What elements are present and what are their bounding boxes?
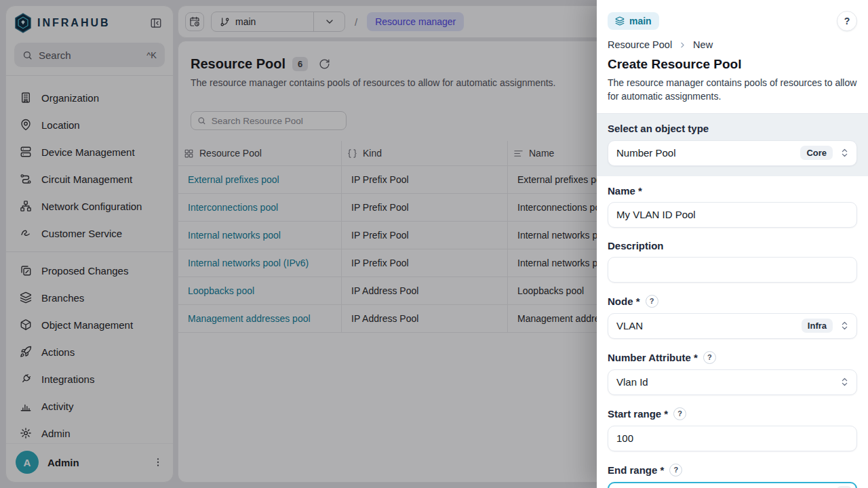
- object-type-select[interactable]: Number Pool Core: [608, 140, 857, 166]
- number-attribute-label: Number Attribute *: [608, 352, 698, 363]
- node-help-icon[interactable]: ?: [646, 295, 658, 308]
- field-name: Name *: [608, 185, 857, 228]
- start-range-help-icon[interactable]: ?: [673, 407, 686, 420]
- name-input[interactable]: [608, 202, 857, 228]
- chevrons-up-down-icon: [840, 148, 850, 158]
- chevrons-up-down-icon: [840, 377, 850, 387]
- node-value: VLAN: [616, 320, 643, 331]
- end-range-input[interactable]: [608, 482, 857, 488]
- namespace-badge: Core: [800, 146, 833, 160]
- field-number-attribute: Number Attribute * ? Vlan Id: [608, 351, 857, 395]
- number-spinner[interactable]: [837, 486, 852, 488]
- create-form: Name * Description Node * ? VLAN Infra N…: [597, 176, 868, 488]
- field-end-range: End range * ?: [608, 464, 857, 488]
- node-label: Node *: [608, 296, 640, 307]
- create-resource-pool-drawer: main ? Resource Pool New Create Resource…: [597, 0, 868, 488]
- drawer-description: The resource manager contains pools of r…: [608, 76, 857, 104]
- drawer-breadcrumb: Resource Pool New: [608, 39, 857, 50]
- field-description: Description: [608, 240, 857, 283]
- drawer-branch-badge: main: [608, 12, 659, 30]
- number-attribute-value: Vlan Id: [616, 376, 648, 388]
- description-input[interactable]: [608, 257, 857, 283]
- chevron-right-icon: [678, 41, 687, 49]
- start-range-label: Start range *: [608, 408, 668, 420]
- description-label: Description: [608, 240, 857, 251]
- end-range-help-icon[interactable]: ?: [669, 464, 682, 476]
- drawer-title: Create Resource Pool: [608, 57, 857, 72]
- object-type-value: Number Pool: [616, 147, 676, 159]
- field-node: Node * ? VLAN Infra: [608, 295, 857, 339]
- end-range-label: End range *: [608, 464, 664, 476]
- breadcrumb-current: New: [693, 39, 713, 50]
- node-select[interactable]: VLAN Infra: [608, 313, 857, 339]
- object-type-section: Select an object type Number Pool Core: [597, 113, 868, 176]
- breadcrumb-parent[interactable]: Resource Pool: [608, 39, 672, 50]
- number-attribute-help-icon[interactable]: ?: [703, 351, 716, 364]
- start-range-input[interactable]: [608, 426, 857, 451]
- object-type-label: Select an object type: [608, 123, 857, 134]
- namespace-badge: Infra: [802, 319, 833, 333]
- drawer-branch-name: main: [629, 16, 652, 26]
- chevrons-up-down-icon: [840, 321, 850, 331]
- number-attribute-select[interactable]: Vlan Id: [608, 369, 857, 395]
- field-start-range: Start range * ?: [608, 407, 857, 451]
- help-button[interactable]: ?: [837, 11, 857, 31]
- layers-icon: [615, 16, 625, 26]
- name-label: Name *: [608, 185, 857, 197]
